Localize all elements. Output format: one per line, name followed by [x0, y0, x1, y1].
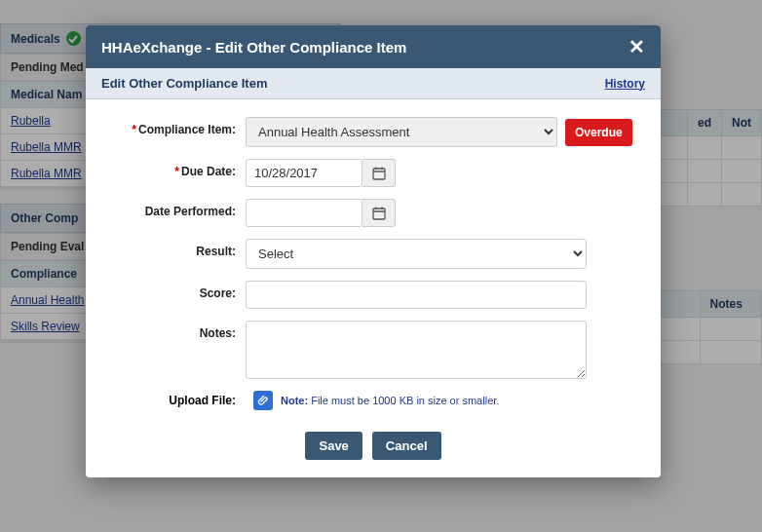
upload-file-label: Upload File:	[109, 394, 246, 407]
history-link[interactable]: History	[605, 77, 645, 91]
close-icon[interactable]: ✕	[629, 37, 645, 57]
modal-titlebar: HHAeXchange - Edit Other Compliance Item…	[86, 25, 661, 68]
cancel-button[interactable]: Cancel	[372, 432, 441, 460]
score-label: Score:	[109, 281, 246, 300]
upload-note: Note: File must be 1000 KB in size or sm…	[281, 395, 499, 406]
due-date-input[interactable]	[246, 159, 362, 187]
svg-rect-0	[373, 169, 385, 179]
svg-rect-4	[373, 209, 385, 219]
result-select[interactable]: Select	[246, 239, 587, 269]
modal-subheader: Edit Other Compliance Item History	[86, 68, 661, 99]
date-performed-label: Date Performed:	[109, 199, 246, 218]
date-performed-calendar-icon[interactable]	[362, 199, 396, 227]
overdue-badge: Overdue	[565, 119, 632, 146]
compliance-item-label: *Compliance Item:	[109, 117, 246, 136]
result-label: Result:	[109, 239, 246, 258]
notes-textarea[interactable]	[246, 321, 587, 379]
save-button[interactable]: Save	[305, 432, 362, 460]
due-date-label: *Due Date:	[109, 159, 246, 178]
compliance-item-select[interactable]: Annual Health Assessment	[246, 117, 557, 147]
modal-footer: Save Cancel	[86, 422, 661, 477]
modal-body: *Compliance Item: Annual Health Assessme…	[86, 99, 661, 422]
notes-label: Notes:	[109, 321, 246, 340]
edit-compliance-modal: HHAeXchange - Edit Other Compliance Item…	[86, 25, 661, 477]
due-date-calendar-icon[interactable]	[362, 159, 396, 187]
date-performed-input[interactable]	[246, 199, 362, 227]
paperclip-icon[interactable]	[253, 391, 273, 410]
score-input[interactable]	[246, 281, 587, 309]
modal-title-text: HHAeXchange - Edit Other Compliance Item	[101, 39, 406, 56]
modal-sub-title: Edit Other Compliance Item	[101, 76, 267, 91]
